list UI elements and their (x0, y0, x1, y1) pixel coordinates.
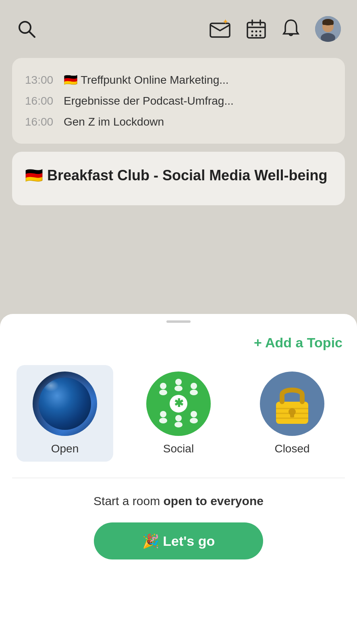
calendar-button[interactable] (246, 19, 267, 39)
svg-point-25 (191, 383, 197, 389)
room-types-container: Open ✱ (0, 365, 357, 462)
svg-point-10 (259, 31, 262, 33)
lets-go-button[interactable]: 🎉 Let's go (94, 522, 263, 559)
lock-svg (268, 380, 316, 428)
inbox-button[interactable]: ✦ (209, 19, 231, 39)
open-room-icon (33, 372, 97, 436)
top-bar-right-icons: ✦ (209, 16, 341, 42)
event-title-2: Ergebnisse der Podcast-Umfrag... (64, 95, 234, 107)
globe-image (39, 378, 91, 430)
svg-point-31 (191, 411, 197, 417)
svg-line-1 (29, 31, 35, 37)
svg-point-26 (190, 390, 198, 395)
room-type-social[interactable]: ✱ (130, 365, 227, 462)
room-type-closed[interactable]: Closed (244, 365, 340, 462)
closed-room-label: Closed (274, 442, 309, 455)
svg-point-32 (190, 418, 198, 423)
search-icon (16, 19, 37, 39)
social-svg: ✱ (150, 376, 207, 432)
svg-point-27 (160, 411, 166, 417)
event-time-1: 13:00 (25, 74, 57, 87)
svg-point-22 (159, 390, 167, 395)
event-title-1: 🇩🇪 Treffpunkt Online Marketing... (64, 73, 229, 87)
search-button[interactable] (16, 19, 37, 39)
divider (12, 478, 345, 478)
svg-point-13 (259, 35, 262, 37)
social-room-label: Social (163, 442, 194, 455)
featured-flag: 🇩🇪 (25, 167, 47, 184)
add-topic-button[interactable]: + Add a Topic (0, 335, 357, 351)
featured-card[interactable]: 🇩🇪 Breakfast Club - Social Media Well-be… (12, 152, 345, 205)
svg-point-21 (160, 383, 166, 389)
bottom-sheet: + Add a Topic Open ✱ (0, 314, 357, 644)
events-card: 13:00 🇩🇪 Treffpunkt Online Marketing... … (12, 58, 345, 144)
social-room-icon: ✱ (146, 372, 211, 436)
featured-title: 🇩🇪 Breakfast Club - Social Media Well-be… (25, 166, 332, 185)
room-type-open[interactable]: Open (17, 365, 113, 462)
event-row-3[interactable]: 16:00 Gen Z im Lockdown (25, 111, 332, 132)
closed-room-icon (260, 372, 324, 436)
svg-point-24 (174, 386, 183, 391)
bell-icon (281, 19, 301, 39)
svg-text:✦: ✦ (222, 19, 228, 26)
start-room-description: Start a room open to everyone (0, 494, 357, 508)
open-room-label: Open (51, 442, 79, 455)
bell-button[interactable] (281, 19, 301, 39)
event-time-3: 16:00 (25, 116, 57, 128)
globe-shine (43, 380, 59, 392)
svg-point-9 (255, 31, 257, 33)
drag-handle[interactable] (166, 320, 191, 323)
calendar-icon (246, 19, 267, 39)
event-flag-1: 🇩🇪 (64, 74, 81, 86)
avatar[interactable] (315, 16, 341, 42)
event-title-3: Gen Z im Lockdown (64, 116, 164, 128)
inbox-icon: ✦ (209, 19, 231, 39)
svg-rect-35 (290, 412, 294, 417)
svg-point-8 (251, 31, 253, 33)
svg-rect-18 (322, 22, 334, 25)
top-bar: ✦ (0, 0, 357, 50)
event-time-2: 16:00 (25, 95, 57, 107)
svg-point-29 (175, 415, 182, 421)
svg-point-12 (255, 35, 257, 37)
svg-point-23 (175, 379, 182, 385)
continent-3 (39, 413, 49, 422)
svg-point-30 (174, 422, 183, 427)
event-row-1[interactable]: 13:00 🇩🇪 Treffpunkt Online Marketing... (25, 69, 332, 91)
event-row-2[interactable]: 16:00 Ergebnisse der Podcast-Umfrag... (25, 91, 332, 111)
svg-text:✱: ✱ (174, 397, 184, 409)
svg-point-11 (251, 35, 253, 37)
svg-point-28 (159, 418, 167, 423)
continent-2 (39, 397, 52, 415)
